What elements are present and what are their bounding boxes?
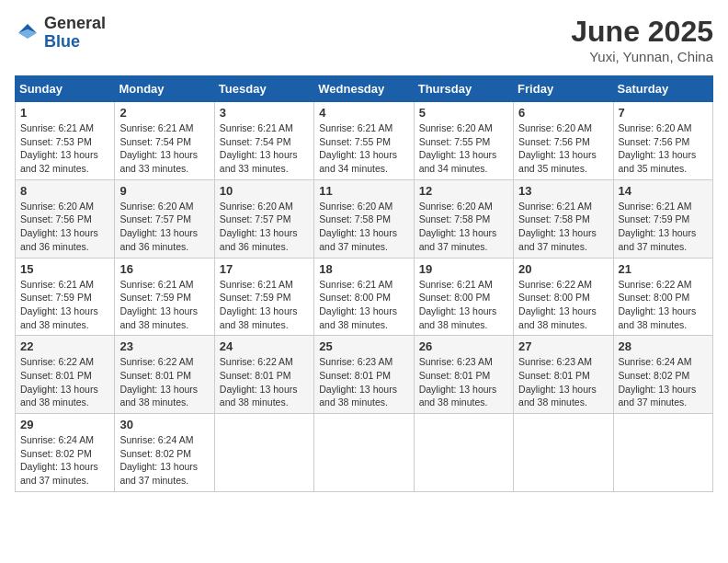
empty-cell — [414, 414, 513, 492]
logo-blue-text: Blue — [44, 33, 106, 52]
day-cell-28: 28 Sunrise: 6:24 AMSunset: 8:02 PMDaylig… — [613, 336, 712, 414]
table-row: 29 Sunrise: 6:24 AMSunset: 8:02 PMDaylig… — [16, 414, 713, 492]
day-cell-24: 24 Sunrise: 6:22 AMSunset: 8:01 PMDaylig… — [214, 336, 313, 414]
day-cell-16: 16 Sunrise: 6:21 AMSunset: 7:59 PMDaylig… — [115, 258, 214, 336]
day-cell-25: 25 Sunrise: 6:23 AMSunset: 8:01 PMDaylig… — [314, 336, 414, 414]
empty-cell — [314, 414, 414, 492]
day-cell-27: 27 Sunrise: 6:23 AMSunset: 8:01 PMDaylig… — [514, 336, 613, 414]
col-friday: Friday — [514, 76, 613, 102]
calendar-table: Sunday Monday Tuesday Wednesday Thursday… — [15, 75, 713, 492]
title-block: June 2025 Yuxi, Yunnan, China — [571, 15, 713, 64]
col-tuesday: Tuesday — [214, 76, 313, 102]
day-cell-23: 23 Sunrise: 6:22 AMSunset: 8:01 PMDaylig… — [115, 336, 214, 414]
day-cell-10: 10 Sunrise: 6:20 AMSunset: 7:57 PMDaylig… — [214, 179, 313, 258]
table-row: 22 Sunrise: 6:22 AMSunset: 8:01 PMDaylig… — [16, 336, 713, 414]
table-row: 8 Sunrise: 6:20 AMSunset: 7:56 PMDayligh… — [16, 179, 713, 258]
location: Yuxi, Yunnan, China — [571, 49, 713, 64]
table-row: 1 Sunrise: 6:21 AMSunset: 7:53 PMDayligh… — [16, 102, 713, 180]
day-cell-1: 1 Sunrise: 6:21 AMSunset: 7:53 PMDayligh… — [16, 102, 115, 180]
day-cell-19: 19 Sunrise: 6:21 AMSunset: 8:00 PMDaylig… — [414, 258, 513, 336]
day-cell-20: 20 Sunrise: 6:22 AMSunset: 8:00 PMDaylig… — [514, 258, 613, 336]
day-cell-15: 15 Sunrise: 6:21 AMSunset: 7:59 PMDaylig… — [16, 258, 115, 336]
day-cell-9: 9 Sunrise: 6:20 AMSunset: 7:57 PMDayligh… — [115, 179, 214, 258]
day-cell-29: 29 Sunrise: 6:24 AMSunset: 8:02 PMDaylig… — [16, 414, 115, 492]
day-cell-6: 6 Sunrise: 6:20 AMSunset: 7:56 PMDayligh… — [514, 102, 613, 180]
day-cell-30: 30 Sunrise: 6:24 AMSunset: 8:02 PMDaylig… — [115, 414, 214, 492]
logo: General Blue — [15, 15, 106, 52]
day-cell-18: 18 Sunrise: 6:21 AMSunset: 8:00 PMDaylig… — [314, 258, 414, 336]
page-header: General Blue June 2025 Yuxi, Yunnan, Chi… — [15, 15, 713, 64]
day-cell-8: 8 Sunrise: 6:20 AMSunset: 7:56 PMDayligh… — [16, 179, 115, 258]
empty-cell — [514, 414, 613, 492]
day-cell-11: 11 Sunrise: 6:20 AMSunset: 7:58 PMDaylig… — [314, 179, 414, 258]
day-cell-7: 7 Sunrise: 6:20 AMSunset: 7:56 PMDayligh… — [613, 102, 712, 180]
day-cell-13: 13 Sunrise: 6:21 AMSunset: 7:58 PMDaylig… — [514, 179, 613, 258]
col-wednesday: Wednesday — [314, 76, 414, 102]
col-sunday: Sunday — [16, 76, 115, 102]
day-cell-22: 22 Sunrise: 6:22 AMSunset: 8:01 PMDaylig… — [16, 336, 115, 414]
calendar-header-row: Sunday Monday Tuesday Wednesday Thursday… — [16, 76, 713, 102]
day-cell-17: 17 Sunrise: 6:21 AMSunset: 7:59 PMDaylig… — [214, 258, 313, 336]
table-row: 15 Sunrise: 6:21 AMSunset: 7:59 PMDaylig… — [16, 258, 713, 336]
col-saturday: Saturday — [613, 76, 712, 102]
day-cell-2: 2 Sunrise: 6:21 AMSunset: 7:54 PMDayligh… — [115, 102, 214, 180]
day-cell-26: 26 Sunrise: 6:23 AMSunset: 8:01 PMDaylig… — [414, 336, 513, 414]
empty-cell — [214, 414, 313, 492]
logo-icon — [15, 20, 40, 46]
day-cell-12: 12 Sunrise: 6:20 AMSunset: 7:58 PMDaylig… — [414, 179, 513, 258]
col-thursday: Thursday — [414, 76, 513, 102]
col-monday: Monday — [115, 76, 214, 102]
day-cell-3: 3 Sunrise: 6:21 AMSunset: 7:54 PMDayligh… — [214, 102, 313, 180]
logo-general-text: General — [44, 15, 106, 33]
month-title: June 2025 — [571, 15, 713, 49]
day-cell-4: 4 Sunrise: 6:21 AMSunset: 7:55 PMDayligh… — [314, 102, 414, 180]
day-cell-14: 14 Sunrise: 6:21 AMSunset: 7:59 PMDaylig… — [613, 179, 712, 258]
day-cell-21: 21 Sunrise: 6:22 AMSunset: 8:00 PMDaylig… — [613, 258, 712, 336]
empty-cell — [613, 414, 712, 492]
day-cell-5: 5 Sunrise: 6:20 AMSunset: 7:55 PMDayligh… — [414, 102, 513, 180]
